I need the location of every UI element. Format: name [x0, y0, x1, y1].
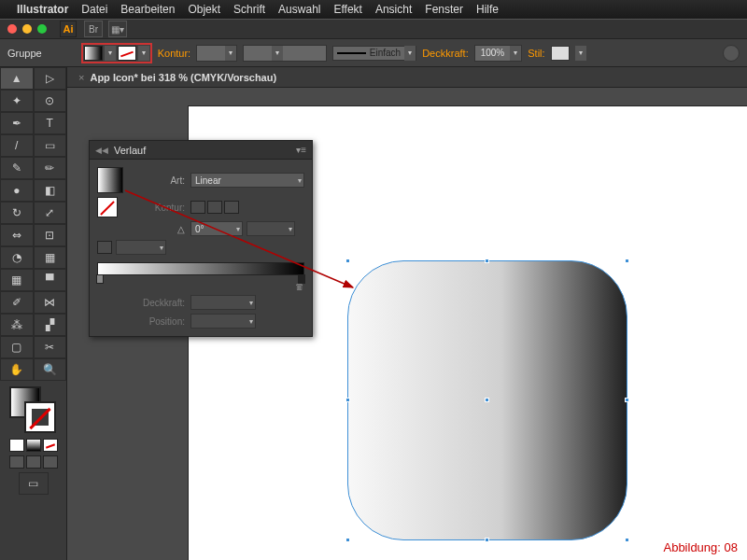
gradient-mode-icon[interactable] [26, 439, 41, 452]
gradient-tool[interactable]: ▀ [34, 269, 67, 291]
rounded-rectangle-shape[interactable] [347, 260, 627, 540]
gradient-panel: ◀◀ Verlauf ▾≡ Art: Linear Kontur: △ 0° [89, 140, 313, 337]
scale-tool[interactable]: ⤢ [34, 202, 67, 224]
pencil-tool[interactable]: ✏ [34, 157, 67, 179]
panel-menu-icon[interactable]: ▾≡ [296, 145, 306, 155]
stroke-dropdown-arrow[interactable]: ▾ [138, 46, 149, 61]
zoom-window-button[interactable] [37, 24, 47, 34]
stroke-grad-mode1-icon[interactable] [190, 201, 205, 214]
screen-mode-button[interactable]: ▭ [19, 472, 49, 495]
rotate-tool[interactable]: ↻ [0, 202, 34, 224]
app-titlebar: Ai Br ▦▾ [0, 19, 747, 39]
paintbrush-tool[interactable]: ✎ [0, 157, 34, 179]
pen-tool[interactable]: ✒ [0, 112, 34, 134]
window-controls [7, 24, 47, 34]
menu-hilfe[interactable]: Hilfe [476, 3, 499, 16]
perspective-tool[interactable]: ▦ [34, 246, 67, 269]
stop-position-input[interactable] [190, 314, 256, 329]
color-mode-icon[interactable] [9, 439, 24, 452]
lasso-tool[interactable]: ⊙ [34, 90, 67, 112]
menu-fenster[interactable]: Fenster [425, 3, 463, 16]
gradient-stop-right[interactable] [298, 274, 305, 284]
delete-stop-icon[interactable]: 🗑 [190, 281, 304, 291]
figure-caption: Abbildung: 08 [663, 540, 738, 554]
artboard-tool[interactable]: ▢ [0, 336, 34, 358]
gradient-type-dropdown[interactable]: Linear [190, 173, 304, 188]
bridge-icon[interactable]: Br [84, 21, 103, 37]
blend-tool[interactable]: ⋈ [34, 291, 67, 314]
eyedropper-tool[interactable]: ✐ [0, 291, 34, 314]
minimize-window-button[interactable] [22, 24, 32, 34]
opacity-dropdown[interactable]: 100%▾ [474, 45, 523, 62]
fill-swatch[interactable] [84, 46, 103, 61]
direct-selection-tool[interactable]: ▷ [34, 67, 67, 90]
graph-tool[interactable]: ▞ [34, 314, 67, 336]
arrange-documents-icon[interactable]: ▦▾ [108, 21, 127, 37]
tab-close-icon[interactable]: × [78, 72, 84, 83]
panel-deckkraft-label: Deckkraft: [134, 298, 185, 308]
width-tool[interactable]: ⇔ [0, 224, 34, 246]
gradient-slider[interactable] [97, 262, 304, 275]
line-tool[interactable]: / [0, 134, 34, 157]
recolor-artwork-icon[interactable] [723, 45, 740, 62]
blob-brush-tool[interactable]: ● [0, 179, 34, 202]
aspect-input[interactable] [247, 221, 295, 236]
shape-builder-tool[interactable]: ◔ [0, 246, 34, 269]
panel-tabbar[interactable]: ◀◀ Verlauf ▾≡ [90, 141, 312, 160]
stroke-grad-mode2-icon[interactable] [207, 201, 222, 214]
variable-width-dropdown[interactable]: ▾ [243, 45, 327, 62]
symbol-sprayer-tool[interactable]: ⁂ [0, 314, 34, 336]
stop-opacity-input[interactable] [190, 295, 256, 310]
stroke-color-box[interactable] [24, 401, 56, 433]
menu-effekt[interactable]: Effekt [333, 3, 361, 16]
gradient-preview-swatch[interactable] [97, 167, 123, 193]
free-transform-tool[interactable]: ⊡ [34, 224, 67, 246]
stroke-weight-dropdown[interactable]: ▾ [196, 45, 237, 62]
close-window-button[interactable] [7, 24, 17, 34]
hand-tool[interactable]: ✋ [0, 358, 34, 381]
zoom-tool[interactable]: 🔍 [34, 358, 67, 381]
slice-tool[interactable]: ✂ [34, 336, 67, 358]
deckkraft-label: Deckkraft: [422, 48, 469, 59]
menu-bearbeiten[interactable]: Bearbeiten [120, 3, 175, 16]
angle-input[interactable]: 0° [190, 221, 243, 236]
toolbox: ▲▷✦⊙✒T/▭✎✏●◧↻⤢⇔⊡◔▦▦▀✐⋈⁂▞▢✂✋🔍 ▭ [0, 67, 67, 560]
selection-tool[interactable]: ▲ [0, 67, 34, 90]
type-tool[interactable]: T [34, 112, 67, 134]
gradient-extra-input[interactable] [116, 240, 166, 255]
magic-wand-tool[interactable]: ✦ [0, 90, 34, 112]
menu-ansicht[interactable]: Ansicht [375, 3, 412, 16]
gradient-stroke-swatch[interactable] [97, 197, 118, 217]
draw-inside-icon[interactable] [43, 455, 58, 469]
document-tab-title[interactable]: App Icon* bei 318 % (CMYK/Vorschau) [90, 72, 276, 83]
menu-datei[interactable]: Datei [81, 3, 107, 16]
document-tab-strip: × App Icon* bei 318 % (CMYK/Vorschau) [67, 67, 747, 88]
draw-behind-icon[interactable] [26, 455, 41, 469]
panel-tab-verlauf[interactable]: Verlauf [114, 145, 146, 156]
eraser-tool[interactable]: ◧ [34, 179, 67, 202]
reverse-gradient-icon[interactable] [97, 241, 112, 254]
brush-definition-dropdown[interactable]: Einfach ▾ [332, 46, 416, 61]
panel-collapse-icon[interactable]: ◀◀ [95, 146, 108, 155]
menu-objekt[interactable]: Objekt [188, 3, 220, 16]
fill-dropdown-arrow[interactable]: ▾ [105, 46, 116, 61]
gradient-stop-left[interactable] [96, 274, 104, 284]
app-name[interactable]: Illustrator [17, 3, 68, 16]
rectangle-tool[interactable]: ▭ [34, 134, 67, 157]
none-mode-icon[interactable] [43, 439, 58, 452]
mac-menubar: Illustrator Datei Bearbeiten Objekt Schr… [0, 0, 747, 19]
stroke-grad-mode3-icon[interactable] [224, 201, 239, 214]
mesh-tool[interactable]: ▦ [0, 269, 34, 291]
panel-position-label: Position: [134, 316, 185, 327]
style-swatch[interactable] [551, 46, 570, 61]
menu-auswahl[interactable]: Auswahl [278, 3, 320, 16]
menu-schrift[interactable]: Schrift [233, 3, 265, 16]
control-bar: Gruppe ▾ ▾ Kontur: ▾ ▾ Einfach ▾ Deckkra… [0, 39, 747, 67]
kontur-label: Kontur: [158, 48, 190, 59]
draw-normal-icon[interactable] [9, 455, 24, 469]
stroke-swatch[interactable] [118, 46, 136, 61]
style-dropdown-arrow[interactable]: ▾ [575, 46, 586, 61]
fill-stroke-indicator [0, 381, 66, 437]
stil-label: Stil: [528, 48, 544, 59]
art-label: Art: [134, 175, 185, 186]
